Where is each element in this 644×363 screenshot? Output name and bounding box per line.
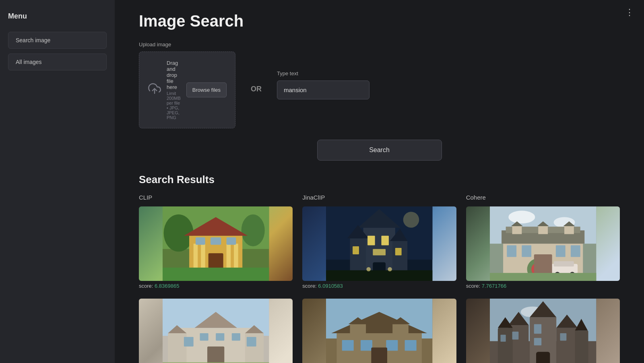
svg-rect-41	[382, 236, 389, 245]
svg-rect-55	[393, 324, 409, 336]
upload-section: Upload image Drag and drop file here Lim…	[139, 41, 235, 128]
sidebar-item-search-image[interactable]: Search image	[8, 32, 107, 49]
result-score-value-clip-1: 6.8369865	[155, 283, 179, 289]
result-image-cohere-2[interactable]	[466, 299, 620, 363]
svg-rect-107	[536, 352, 550, 363]
svg-rect-59	[386, 340, 398, 351]
upload-cloud-icon	[148, 82, 161, 98]
list-item	[466, 299, 620, 363]
svg-rect-42	[373, 249, 386, 256]
result-column-jinaclip: JinaClIP	[302, 194, 456, 363]
svg-rect-28	[247, 337, 256, 346]
svg-rect-75	[564, 226, 574, 234]
svg-rect-40	[367, 236, 375, 245]
list-item: score: 6.8369865	[139, 206, 293, 289]
svg-rect-79	[556, 245, 566, 257]
more-icon: ⋮	[625, 7, 634, 17]
result-image-jina-2[interactable]	[302, 299, 456, 363]
result-score-jina-1: score: 6.0910583	[302, 283, 456, 289]
result-column-clip: CLIP	[139, 194, 293, 363]
svg-rect-26	[216, 333, 224, 341]
search-button[interactable]: Search	[317, 140, 442, 161]
svg-rect-15	[163, 268, 269, 281]
svg-rect-36	[350, 238, 366, 276]
list-item: score: 7.7671766	[466, 206, 620, 289]
svg-rect-106	[500, 335, 506, 342]
svg-rect-12	[211, 237, 221, 245]
type-text-input[interactable]	[277, 80, 369, 99]
sidebar: Menu Search image All images	[0, 0, 115, 363]
svg-rect-46	[326, 270, 432, 281]
sidebar-title: Menu	[8, 12, 107, 21]
browse-files-button[interactable]: Browse files	[186, 82, 227, 97]
type-text-section: Type text	[277, 70, 369, 99]
result-image-cohere-1[interactable]	[466, 206, 620, 281]
result-score-value-jina-1: 6.0910583	[318, 283, 343, 289]
svg-rect-24	[184, 337, 194, 346]
result-score-value-cohere-1: 7.7671766	[482, 283, 506, 289]
svg-point-48	[388, 267, 392, 272]
svg-rect-57	[342, 340, 354, 351]
svg-rect-29	[207, 346, 224, 363]
svg-rect-44	[395, 248, 402, 256]
svg-rect-60	[405, 340, 417, 351]
svg-rect-102	[534, 324, 541, 334]
svg-rect-13	[227, 237, 236, 245]
page-title: Image Search	[139, 12, 620, 30]
svg-rect-78	[522, 245, 531, 257]
svg-rect-73	[538, 226, 548, 234]
svg-rect-53	[350, 324, 366, 336]
svg-rect-105	[560, 333, 566, 341]
svg-rect-82	[553, 261, 574, 266]
svg-rect-96	[575, 330, 588, 363]
result-image-clip-2[interactable]	[139, 299, 293, 363]
search-btn-container: Search	[139, 140, 620, 161]
svg-rect-103	[534, 338, 541, 346]
svg-point-66	[508, 211, 535, 224]
svg-rect-10	[234, 244, 238, 270]
svg-rect-104	[512, 332, 518, 340]
svg-rect-7	[194, 244, 198, 270]
svg-rect-61	[372, 348, 388, 363]
results-grid: CLIP	[139, 194, 620, 363]
clip-header: CLIP	[139, 194, 293, 201]
svg-rect-9	[227, 244, 231, 270]
cohere-header: Cohere	[466, 194, 620, 201]
svg-rect-77	[507, 245, 516, 257]
svg-rect-20	[168, 333, 186, 363]
upload-main-text: Drag and drop file here	[167, 60, 181, 90]
sidebar-item-all-images[interactable]: All images	[8, 54, 107, 70]
svg-rect-11	[196, 237, 205, 245]
type-text-label: Type text	[277, 70, 369, 76]
top-menu-button[interactable]: ⋮	[625, 7, 634, 18]
input-row: Upload image Drag and drop file here Lim…	[139, 41, 620, 128]
results-title: Search Results	[139, 173, 620, 186]
svg-rect-25	[200, 333, 208, 341]
result-column-cohere: Cohere	[466, 194, 620, 363]
or-divider: OR	[247, 85, 266, 93]
list-item	[139, 299, 293, 363]
svg-rect-8	[201, 244, 205, 270]
jinaclip-header: JinaClIP	[302, 194, 456, 201]
upload-sub-text: Limit 200MB per file • JPG, JPEG, PNG	[167, 91, 181, 120]
result-image-clip-1[interactable]	[139, 206, 293, 281]
list-item: score: 6.0910583	[302, 206, 456, 289]
result-score-clip-1: score: 6.8369865	[139, 283, 293, 289]
result-image-jina-1[interactable]	[302, 206, 456, 281]
svg-rect-94	[498, 328, 513, 363]
svg-rect-88	[490, 273, 596, 281]
svg-rect-71	[512, 226, 522, 234]
svg-point-33	[403, 212, 419, 228]
upload-dropzone[interactable]: Drag and drop file here Limit 200MB per …	[139, 52, 235, 128]
upload-text-block: Drag and drop file here Limit 200MB per …	[167, 60, 181, 120]
svg-rect-58	[361, 340, 372, 351]
svg-rect-80	[571, 245, 580, 257]
main-content: Image Search Upload image Drag and drop …	[115, 0, 644, 363]
upload-label: Upload image	[139, 41, 235, 47]
svg-rect-27	[232, 333, 240, 341]
svg-point-47	[367, 267, 371, 272]
result-score-cohere-1: score: 7.7671766	[466, 283, 620, 289]
list-item	[302, 299, 456, 363]
svg-rect-43	[353, 246, 359, 254]
svg-rect-95	[556, 328, 578, 363]
